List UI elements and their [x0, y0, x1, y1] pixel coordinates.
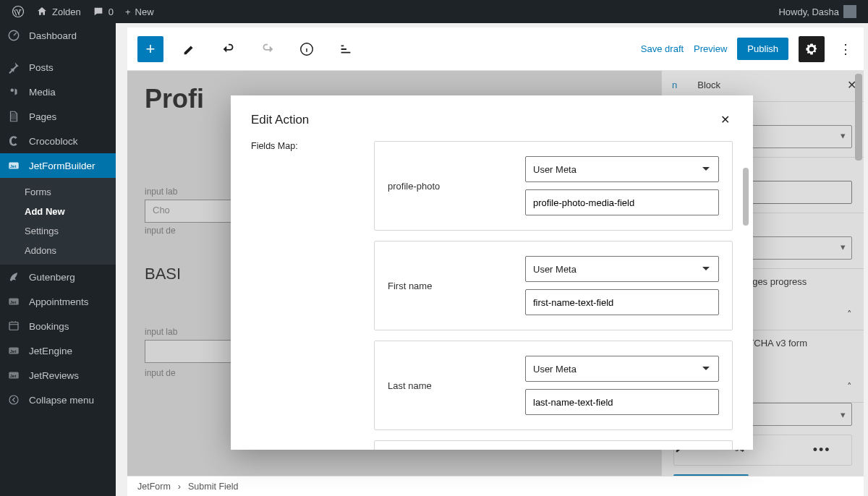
more-options-button[interactable]: ⋮: [835, 36, 856, 62]
field-key: First name: [388, 281, 503, 291]
menu-posts[interactable]: Posts: [0, 55, 116, 80]
svg-text:Jet: Jet: [10, 300, 17, 304]
modal-scrollbar[interactable]: [741, 168, 750, 226]
menu-media[interactable]: Media: [0, 80, 116, 104]
jet-icon: Jet: [7, 369, 22, 382]
field-value-input[interactable]: [525, 389, 719, 415]
page-icon: [7, 110, 22, 123]
field-value-input[interactable]: [525, 189, 719, 215]
wp-logo[interactable]: [6, 0, 30, 23]
preview-link[interactable]: Preview: [694, 43, 727, 54]
list-icon: [338, 41, 354, 57]
modal-title: Edit Action: [251, 113, 309, 127]
svg-text:Jet: Jet: [10, 349, 17, 354]
edit-action-modal: Edit Action ✕ Fields Map: profile-photoU…: [231, 95, 753, 450]
avatar: [843, 5, 856, 18]
fields-map-row: About meUser Meta: [374, 440, 733, 450]
jet-icon: Jet: [7, 159, 22, 172]
menu-jetengine[interactable]: Jet JetEngine: [0, 338, 116, 363]
menu-bookings[interactable]: Bookings: [0, 314, 116, 338]
comments-link[interactable]: 0: [87, 0, 119, 23]
svg-point-12: [9, 395, 18, 404]
adminbar: Zolden 0 + New Howdy, Dasha: [0, 0, 868, 23]
jet-icon: Jet: [7, 295, 22, 308]
redo-icon: [260, 41, 276, 57]
outline-button[interactable]: [333, 36, 359, 62]
info-button[interactable]: [294, 36, 320, 62]
bookings-icon: [7, 320, 22, 333]
menu-jetreviews[interactable]: Jet JetReviews: [0, 363, 116, 388]
kebab-icon: ⋮: [839, 41, 852, 57]
svg-rect-7: [9, 322, 18, 330]
sub-forms[interactable]: Forms: [0, 182, 116, 202]
crumb-leaf[interactable]: Submit Field: [188, 482, 238, 492]
site-name: Zolden: [52, 7, 81, 17]
undo-icon: [221, 41, 237, 57]
svg-text:Jet: Jet: [10, 164, 17, 168]
save-draft-link[interactable]: Save draft: [641, 43, 684, 54]
admin-sidebar: Dashboard Posts Media Pages Crocoblock J…: [0, 23, 116, 496]
site-link[interactable]: Zolden: [30, 0, 87, 23]
gutenberg-icon: [7, 270, 22, 283]
menu-pages[interactable]: Pages: [0, 104, 116, 129]
dashboard-icon: [7, 29, 22, 42]
info-icon: [299, 41, 315, 57]
sub-add-new[interactable]: Add New: [0, 202, 116, 221]
menu-jetformbuilder[interactable]: Jet JetFormBuilder: [0, 153, 116, 178]
crumb-root[interactable]: JetForm: [137, 482, 171, 492]
field-type-select[interactable]: User Meta: [525, 256, 719, 282]
publish-button[interactable]: Publish: [737, 38, 788, 60]
menu-dashboard[interactable]: Dashboard: [0, 23, 116, 48]
fields-map-row: profile-photoUser Meta: [374, 141, 733, 231]
home-icon: [36, 6, 48, 17]
menu-collapse[interactable]: Collapse menu: [0, 388, 116, 412]
wordpress-icon: [12, 5, 25, 18]
chevron-right-icon: ›: [178, 482, 181, 492]
comments-count: 0: [109, 7, 114, 17]
more-action-button[interactable]: •••: [792, 435, 851, 465]
redo-button[interactable]: [255, 36, 281, 62]
menu-crocoblock[interactable]: Crocoblock: [0, 129, 116, 153]
add-block-button[interactable]: +: [137, 36, 163, 62]
field-key: Last name: [388, 380, 503, 391]
field-key: profile-photo: [388, 181, 503, 192]
undo-button[interactable]: [216, 36, 242, 62]
settings-button[interactable]: [799, 36, 825, 62]
collapse-icon: [7, 393, 22, 406]
fields-map-label: Fields Map:: [251, 141, 352, 151]
svg-text:Jet: Jet: [10, 374, 17, 378]
svg-point-2: [11, 89, 14, 93]
jet-icon: Jet: [7, 344, 22, 357]
svg-point-0: [13, 7, 24, 17]
chevron-up-icon: ˄: [847, 381, 852, 392]
modal-close-button[interactable]: ✕: [718, 110, 733, 129]
block-breadcrumb: JetForm › Submit Field: [127, 476, 864, 496]
new-label: New: [135, 7, 154, 17]
editor-toolbar: + Save draft Preview Publish: [127, 27, 864, 71]
panel-scrollbar[interactable]: [854, 71, 864, 496]
pencil-icon: [182, 41, 197, 57]
pin-icon: [7, 61, 22, 74]
dots-icon: •••: [813, 442, 831, 457]
howdy-text: Howdy, Dasha: [778, 7, 839, 17]
menu-gutenberg[interactable]: Gutenberg: [0, 265, 116, 289]
plus-icon: +: [125, 7, 131, 17]
new-link[interactable]: + New: [119, 0, 160, 23]
croco-icon: [7, 134, 22, 147]
media-icon: [7, 85, 22, 98]
fields-map-row: Last nameUser Meta: [374, 341, 733, 430]
sub-settings[interactable]: Settings: [0, 221, 116, 241]
submenu-jetformbuilder: Forms Add New Settings Addons: [0, 178, 116, 265]
gear-icon: [804, 42, 819, 56]
field-type-select[interactable]: User Meta: [525, 156, 719, 182]
menu-appointments[interactable]: Jet Appointments: [0, 289, 116, 314]
fields-map-row: First nameUser Meta: [374, 241, 733, 330]
field-type-select[interactable]: User Meta: [525, 356, 719, 382]
comment-icon: [93, 6, 104, 17]
sub-addons[interactable]: Addons: [0, 241, 116, 260]
content-area: + Save draft Preview Publish: [116, 23, 868, 496]
chevron-up-icon: ˄: [847, 309, 852, 320]
howdy-link[interactable]: Howdy, Dasha: [773, 0, 862, 23]
edit-mode-button[interactable]: [176, 36, 203, 62]
field-value-input[interactable]: [525, 289, 719, 315]
